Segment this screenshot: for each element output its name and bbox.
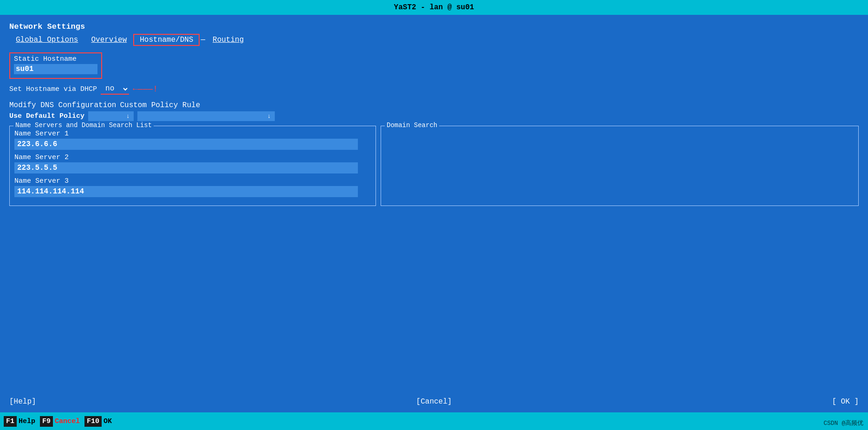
fn10-key[interactable]: F10 OK: [84, 412, 117, 430]
tab-overview[interactable]: Overview: [84, 34, 133, 45]
watermark: CSDN @高频优: [823, 419, 863, 427]
fn9-num: F9: [40, 416, 53, 427]
name-domain-container: Name Servers and Domain Search List Name…: [9, 126, 859, 206]
policy-dropdown1-arrow: ↓: [126, 113, 130, 120]
policy-dropdown1[interactable]: ↓: [88, 111, 134, 121]
tab-global-options[interactable]: Global Options: [9, 34, 84, 45]
ok-button[interactable]: [ OK ]: [832, 398, 859, 406]
static-hostname-label: Static Hostname: [14, 55, 97, 63]
dhcp-arrow: ←———!: [133, 84, 158, 94]
name-servers-box: Name Servers and Domain Search List Name…: [9, 126, 376, 206]
fn10-label: OK: [102, 416, 117, 427]
policy-dropdown2-arrow: ↓: [267, 113, 271, 120]
ns1-input[interactable]: [14, 139, 358, 150]
policy-label: Use Default Policy: [9, 112, 84, 120]
ns1-label: Name Server 1: [14, 130, 371, 138]
policy-dropdown2[interactable]: ↓: [137, 111, 275, 121]
dhcp-row: Set Hostname via DHCP no yes ←———!: [9, 83, 859, 95]
bottom-buttons: [Help] [Cancel] [ OK ]: [0, 394, 868, 410]
title-bar: YaST2 - lan @ su01: [0, 0, 868, 15]
fn-bar: F1 Help F9 Cancel F10 OK CSDN @高频优: [0, 412, 868, 430]
ns3-label: Name Server 3: [14, 177, 371, 185]
domain-search-box: Domain Search: [381, 126, 859, 206]
policy-row: Use Default Policy ↓ ↓: [9, 111, 859, 121]
fn10-num: F10: [84, 416, 102, 427]
main-content: Network Settings Global Options Overview…: [0, 15, 868, 392]
tab-bar: Global Options Overview Hostname/DNS — R…: [9, 34, 859, 46]
dhcp-select[interactable]: no yes: [101, 83, 129, 95]
modify-dns-row: Modify DNS Configuration Custom Policy R…: [9, 101, 859, 109]
fn9-key[interactable]: F9 Cancel: [40, 412, 84, 430]
fn1-num: F1: [4, 416, 17, 427]
dhcp-label: Set Hostname via DHCP: [9, 85, 97, 93]
domain-search-label: Domain Search: [385, 122, 439, 129]
ns2-input[interactable]: [14, 162, 358, 173]
modify-dns-label: Modify DNS Configuration: [9, 101, 116, 109]
network-settings-title: Network Settings: [9, 22, 859, 31]
cancel-button[interactable]: [Cancel]: [416, 398, 452, 406]
title-text: YaST2 - lan @ su01: [394, 3, 474, 12]
ns3-input[interactable]: [14, 186, 358, 197]
fn9-label: Cancel: [53, 416, 84, 427]
fn1-key[interactable]: F1 Help: [4, 412, 40, 430]
tab-hostname-dns[interactable]: Hostname/DNS: [133, 34, 200, 46]
tab-separator: —: [201, 36, 205, 44]
tab-routing[interactable]: Routing: [206, 34, 250, 45]
custom-policy-label: Custom Policy Rule: [120, 101, 200, 109]
name-servers-box-label: Name Servers and Domain Search List: [13, 122, 154, 129]
fn1-label: Help: [17, 416, 40, 427]
ns2-label: Name Server 2: [14, 154, 371, 161]
hostname-input[interactable]: [14, 64, 97, 74]
help-button[interactable]: [Help]: [9, 398, 36, 406]
static-hostname-box: Static Hostname: [9, 52, 102, 79]
